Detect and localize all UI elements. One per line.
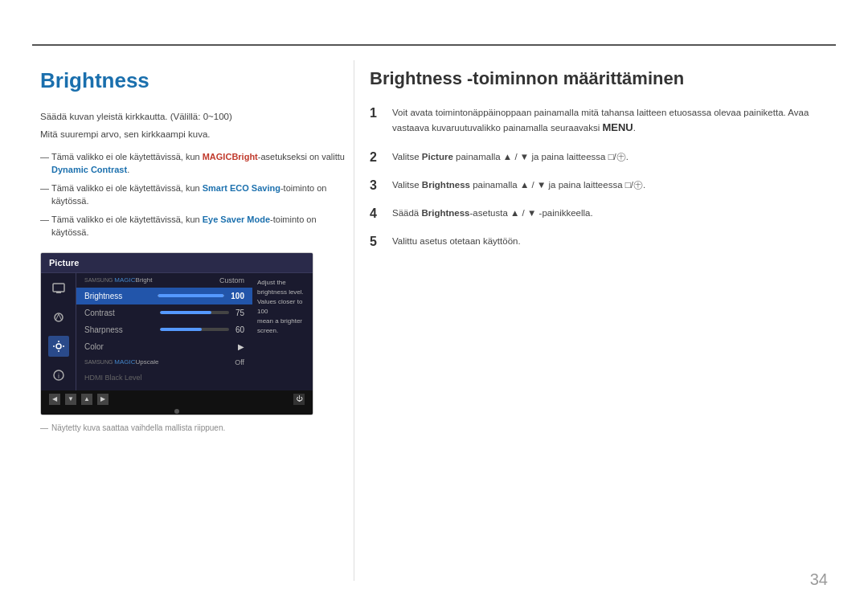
step-3: 3 Valitse Brightness painamalla ▲ / ▼ ja… bbox=[370, 178, 836, 193]
dynamic-contrast-link: Dynamic Contrast bbox=[51, 165, 127, 174]
nav-icon-right: ▶ bbox=[97, 394, 108, 405]
page-number: 34 bbox=[810, 570, 828, 589]
step-1: 1 Voit avata toimintonäppäinoppaan paina… bbox=[370, 105, 836, 137]
nav-icon-up: ▲ bbox=[81, 394, 92, 405]
sidebar-icon-info: i bbox=[48, 365, 69, 386]
brightness-item: Brightness 100 bbox=[76, 288, 252, 304]
hdmi-black-level-item: HDMI Black Level bbox=[76, 370, 252, 386]
bottom-note: Näytetty kuva saattaa vaihdella mallista… bbox=[40, 423, 346, 432]
svg-point-3 bbox=[56, 344, 61, 349]
stand-dot bbox=[174, 409, 179, 414]
right-title: Brightness -toiminnon määrittäminen bbox=[370, 68, 836, 89]
sidebar-icon-gear bbox=[48, 336, 69, 357]
right-column: Brightness -toiminnon määrittäminen 1 Vo… bbox=[370, 60, 836, 262]
color-item: Color ▶ bbox=[76, 338, 252, 355]
contrast-item: Contrast 75 bbox=[76, 304, 252, 321]
adjust-text: Adjust thebrightness level.Values closer… bbox=[252, 273, 313, 390]
menu-body: i SAMSUNG MAGICBright Custom Brightness bbox=[41, 273, 313, 390]
top-border bbox=[32, 44, 836, 46]
left-column: Brightness Säädä kuvan yleistä kirkkautt… bbox=[40, 60, 346, 432]
note-3: Tämä valikko ei ole käytettävissä, kun E… bbox=[40, 213, 346, 239]
vertical-divider bbox=[354, 60, 354, 581]
note-1: Tämä valikko ei ole käytettävissä, kun M… bbox=[40, 150, 346, 177]
step-2: 2 Valitse Picture painamalla ▲ / ▼ ja pa… bbox=[370, 149, 836, 165]
step-4: 4 Säädä Brightness-asetusta ▲ / ▼ -paini… bbox=[370, 206, 836, 221]
menu-sidebar: i bbox=[41, 273, 76, 390]
power-icon: ⏻ bbox=[293, 394, 305, 405]
bottom-icons: ◀ ▼ ▲ ▶ bbox=[49, 394, 108, 405]
monitor-bottom-bar: ◀ ▼ ▲ ▶ ⏻ bbox=[41, 390, 313, 408]
note-2: Tämä valikko ei ole käytettävissä, kun S… bbox=[40, 182, 346, 208]
sharpness-item: Sharpness 60 bbox=[76, 321, 252, 338]
sidebar-icon-display bbox=[48, 307, 69, 328]
svg-text:i: i bbox=[58, 372, 59, 380]
sidebar-icon-monitor bbox=[48, 278, 69, 299]
left-title: Brightness bbox=[40, 68, 346, 93]
magic-bright-item: SAMSUNG MAGICBright Custom bbox=[76, 273, 252, 288]
nav-icon-left: ◀ bbox=[49, 394, 60, 405]
description-2: Mitä suurempi arvo, sen kirkkaampi kuva. bbox=[40, 127, 346, 141]
description-1: Säädä kuvan yleistä kirkkautta. (Välillä… bbox=[40, 109, 346, 124]
nav-icon-down: ▼ bbox=[65, 394, 76, 405]
svg-rect-0 bbox=[53, 284, 64, 292]
magic-upscale-item: SAMSUNG MAGICUpscale Off bbox=[76, 355, 252, 370]
svg-rect-1 bbox=[56, 292, 61, 293]
menu-header: Picture bbox=[41, 253, 313, 273]
monitor-stand bbox=[41, 408, 313, 415]
monitor-screenshot: Picture i bbox=[40, 252, 313, 415]
step-5: 5 Valittu asetus otetaan käyttöön. bbox=[370, 234, 836, 249]
monitor-inner: Picture i bbox=[41, 253, 313, 415]
menu-content-area: SAMSUNG MAGICBright Custom Brightness 10… bbox=[76, 273, 252, 390]
